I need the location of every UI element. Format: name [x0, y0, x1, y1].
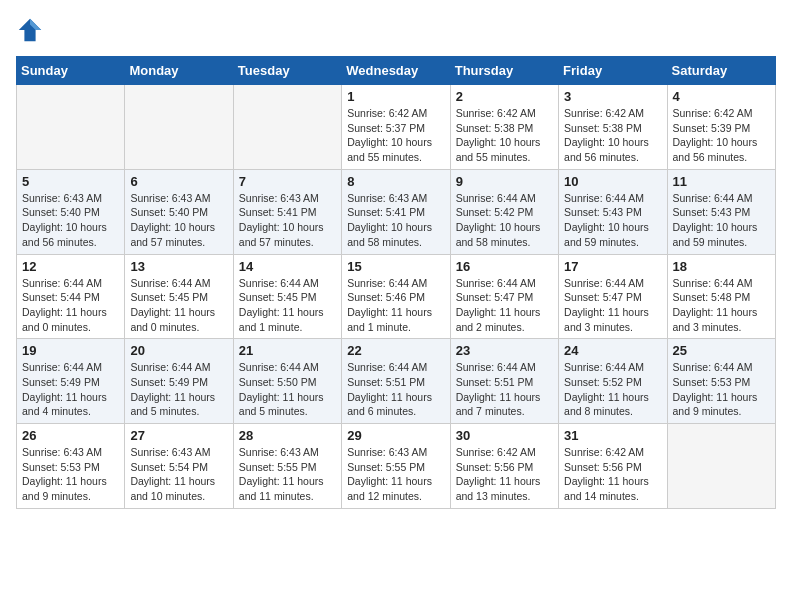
day-info: Sunrise: 6:42 AM Sunset: 5:37 PM Dayligh…: [347, 106, 444, 165]
calendar-cell: 18Sunrise: 6:44 AM Sunset: 5:48 PM Dayli…: [667, 254, 775, 339]
day-number: 19: [22, 343, 119, 358]
calendar-cell: 29Sunrise: 6:43 AM Sunset: 5:55 PM Dayli…: [342, 424, 450, 509]
calendar-week-row: 12Sunrise: 6:44 AM Sunset: 5:44 PM Dayli…: [17, 254, 776, 339]
day-number: 10: [564, 174, 661, 189]
calendar-cell: 13Sunrise: 6:44 AM Sunset: 5:45 PM Dayli…: [125, 254, 233, 339]
calendar-cell: 9Sunrise: 6:44 AM Sunset: 5:42 PM Daylig…: [450, 169, 558, 254]
calendar-cell: 10Sunrise: 6:44 AM Sunset: 5:43 PM Dayli…: [559, 169, 667, 254]
day-number: 30: [456, 428, 553, 443]
day-info: Sunrise: 6:43 AM Sunset: 5:55 PM Dayligh…: [347, 445, 444, 504]
day-info: Sunrise: 6:44 AM Sunset: 5:44 PM Dayligh…: [22, 276, 119, 335]
calendar-week-row: 1Sunrise: 6:42 AM Sunset: 5:37 PM Daylig…: [17, 85, 776, 170]
calendar-cell: 4Sunrise: 6:42 AM Sunset: 5:39 PM Daylig…: [667, 85, 775, 170]
day-number: 15: [347, 259, 444, 274]
calendar-cell: 24Sunrise: 6:44 AM Sunset: 5:52 PM Dayli…: [559, 339, 667, 424]
day-number: 18: [673, 259, 770, 274]
day-number: 27: [130, 428, 227, 443]
calendar-cell: 21Sunrise: 6:44 AM Sunset: 5:50 PM Dayli…: [233, 339, 341, 424]
day-info: Sunrise: 6:42 AM Sunset: 5:39 PM Dayligh…: [673, 106, 770, 165]
calendar-cell: 1Sunrise: 6:42 AM Sunset: 5:37 PM Daylig…: [342, 85, 450, 170]
day-info: Sunrise: 6:43 AM Sunset: 5:55 PM Dayligh…: [239, 445, 336, 504]
day-number: 12: [22, 259, 119, 274]
calendar-cell: [125, 85, 233, 170]
calendar-cell: 19Sunrise: 6:44 AM Sunset: 5:49 PM Dayli…: [17, 339, 125, 424]
day-info: Sunrise: 6:44 AM Sunset: 5:53 PM Dayligh…: [673, 360, 770, 419]
weekday-header-sunday: Sunday: [17, 57, 125, 85]
day-info: Sunrise: 6:44 AM Sunset: 5:46 PM Dayligh…: [347, 276, 444, 335]
calendar-cell: 31Sunrise: 6:42 AM Sunset: 5:56 PM Dayli…: [559, 424, 667, 509]
day-info: Sunrise: 6:43 AM Sunset: 5:40 PM Dayligh…: [22, 191, 119, 250]
day-info: Sunrise: 6:44 AM Sunset: 5:52 PM Dayligh…: [564, 360, 661, 419]
calendar-cell: 16Sunrise: 6:44 AM Sunset: 5:47 PM Dayli…: [450, 254, 558, 339]
day-number: 31: [564, 428, 661, 443]
day-info: Sunrise: 6:44 AM Sunset: 5:49 PM Dayligh…: [130, 360, 227, 419]
day-info: Sunrise: 6:42 AM Sunset: 5:38 PM Dayligh…: [456, 106, 553, 165]
day-number: 11: [673, 174, 770, 189]
day-info: Sunrise: 6:44 AM Sunset: 5:42 PM Dayligh…: [456, 191, 553, 250]
calendar-cell: 6Sunrise: 6:43 AM Sunset: 5:40 PM Daylig…: [125, 169, 233, 254]
day-number: 22: [347, 343, 444, 358]
weekday-header-friday: Friday: [559, 57, 667, 85]
calendar-cell: 23Sunrise: 6:44 AM Sunset: 5:51 PM Dayli…: [450, 339, 558, 424]
calendar-cell: 8Sunrise: 6:43 AM Sunset: 5:41 PM Daylig…: [342, 169, 450, 254]
day-info: Sunrise: 6:42 AM Sunset: 5:56 PM Dayligh…: [456, 445, 553, 504]
day-number: 25: [673, 343, 770, 358]
weekday-header-wednesday: Wednesday: [342, 57, 450, 85]
page-header: [16, 16, 776, 44]
day-number: 21: [239, 343, 336, 358]
day-info: Sunrise: 6:43 AM Sunset: 5:41 PM Dayligh…: [347, 191, 444, 250]
day-info: Sunrise: 6:43 AM Sunset: 5:53 PM Dayligh…: [22, 445, 119, 504]
calendar-cell: 17Sunrise: 6:44 AM Sunset: 5:47 PM Dayli…: [559, 254, 667, 339]
day-info: Sunrise: 6:42 AM Sunset: 5:38 PM Dayligh…: [564, 106, 661, 165]
calendar-cell: 27Sunrise: 6:43 AM Sunset: 5:54 PM Dayli…: [125, 424, 233, 509]
day-number: 5: [22, 174, 119, 189]
calendar-cell: 22Sunrise: 6:44 AM Sunset: 5:51 PM Dayli…: [342, 339, 450, 424]
day-info: Sunrise: 6:44 AM Sunset: 5:45 PM Dayligh…: [239, 276, 336, 335]
day-number: 1: [347, 89, 444, 104]
day-info: Sunrise: 6:44 AM Sunset: 5:49 PM Dayligh…: [22, 360, 119, 419]
weekday-header-monday: Monday: [125, 57, 233, 85]
calendar-cell: 26Sunrise: 6:43 AM Sunset: 5:53 PM Dayli…: [17, 424, 125, 509]
day-number: 16: [456, 259, 553, 274]
calendar-cell: [17, 85, 125, 170]
calendar-cell: 28Sunrise: 6:43 AM Sunset: 5:55 PM Dayli…: [233, 424, 341, 509]
logo-icon: [16, 16, 44, 44]
day-info: Sunrise: 6:44 AM Sunset: 5:48 PM Dayligh…: [673, 276, 770, 335]
calendar-cell: [667, 424, 775, 509]
calendar-cell: 20Sunrise: 6:44 AM Sunset: 5:49 PM Dayli…: [125, 339, 233, 424]
day-info: Sunrise: 6:43 AM Sunset: 5:41 PM Dayligh…: [239, 191, 336, 250]
day-number: 4: [673, 89, 770, 104]
day-number: 3: [564, 89, 661, 104]
day-number: 23: [456, 343, 553, 358]
day-info: Sunrise: 6:44 AM Sunset: 5:51 PM Dayligh…: [347, 360, 444, 419]
day-info: Sunrise: 6:44 AM Sunset: 5:45 PM Dayligh…: [130, 276, 227, 335]
day-info: Sunrise: 6:43 AM Sunset: 5:54 PM Dayligh…: [130, 445, 227, 504]
weekday-header-tuesday: Tuesday: [233, 57, 341, 85]
day-info: Sunrise: 6:44 AM Sunset: 5:43 PM Dayligh…: [564, 191, 661, 250]
day-info: Sunrise: 6:44 AM Sunset: 5:51 PM Dayligh…: [456, 360, 553, 419]
calendar-week-row: 26Sunrise: 6:43 AM Sunset: 5:53 PM Dayli…: [17, 424, 776, 509]
day-info: Sunrise: 6:44 AM Sunset: 5:50 PM Dayligh…: [239, 360, 336, 419]
day-number: 20: [130, 343, 227, 358]
day-number: 7: [239, 174, 336, 189]
weekday-header-row: SundayMondayTuesdayWednesdayThursdayFrid…: [17, 57, 776, 85]
calendar-cell: [233, 85, 341, 170]
calendar-cell: 11Sunrise: 6:44 AM Sunset: 5:43 PM Dayli…: [667, 169, 775, 254]
logo: [16, 16, 48, 44]
calendar-cell: 30Sunrise: 6:42 AM Sunset: 5:56 PM Dayli…: [450, 424, 558, 509]
calendar-cell: 5Sunrise: 6:43 AM Sunset: 5:40 PM Daylig…: [17, 169, 125, 254]
day-number: 28: [239, 428, 336, 443]
day-number: 8: [347, 174, 444, 189]
weekday-header-saturday: Saturday: [667, 57, 775, 85]
calendar-cell: 25Sunrise: 6:44 AM Sunset: 5:53 PM Dayli…: [667, 339, 775, 424]
calendar-cell: 3Sunrise: 6:42 AM Sunset: 5:38 PM Daylig…: [559, 85, 667, 170]
calendar-cell: 12Sunrise: 6:44 AM Sunset: 5:44 PM Dayli…: [17, 254, 125, 339]
calendar-cell: 14Sunrise: 6:44 AM Sunset: 5:45 PM Dayli…: [233, 254, 341, 339]
calendar-week-row: 19Sunrise: 6:44 AM Sunset: 5:49 PM Dayli…: [17, 339, 776, 424]
day-info: Sunrise: 6:43 AM Sunset: 5:40 PM Dayligh…: [130, 191, 227, 250]
day-number: 24: [564, 343, 661, 358]
weekday-header-thursday: Thursday: [450, 57, 558, 85]
day-info: Sunrise: 6:44 AM Sunset: 5:47 PM Dayligh…: [564, 276, 661, 335]
day-number: 9: [456, 174, 553, 189]
day-number: 29: [347, 428, 444, 443]
